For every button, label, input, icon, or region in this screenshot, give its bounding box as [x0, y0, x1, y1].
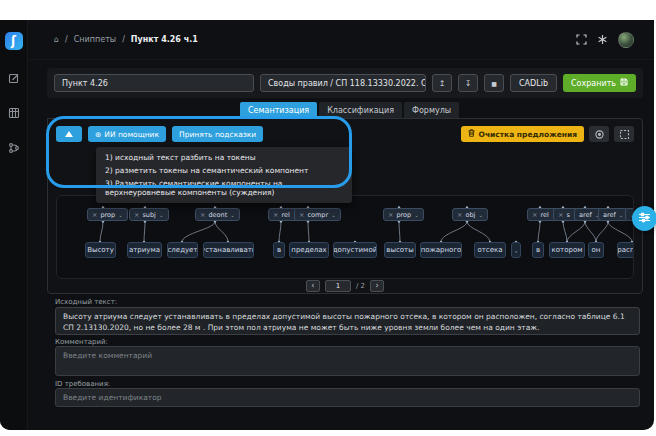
token-chip[interactable]: отсека: [474, 242, 506, 258]
page-number-input[interactable]: [325, 280, 351, 292]
fit-view-button[interactable]: [614, 126, 634, 142]
clear-sentence-button[interactable]: Очистка предложения: [461, 126, 584, 142]
header: ⌂ / Сниппеты / Пункт 4.26 ч.1: [28, 20, 654, 60]
tag-chip[interactable]: ×prop⌄: [383, 208, 424, 221]
save-button[interactable]: Сохранить: [563, 74, 636, 92]
tab-semantization[interactable]: Семантизация: [240, 102, 317, 118]
chevron-down-icon[interactable]: ⌄: [331, 212, 336, 218]
table-icon: [8, 104, 20, 123]
snippet-name-input[interactable]: [54, 74, 254, 92]
breadcrumb-separator: /: [122, 35, 125, 44]
prev-page-button[interactable]: ‹: [306, 280, 320, 292]
tag-chip[interactable]: ×prop⌄: [87, 208, 128, 221]
chevron-down-icon[interactable]: ⌄: [118, 212, 123, 218]
chevron-down-icon[interactable]: ⌄: [230, 212, 235, 218]
tab-label: Формулы: [412, 106, 451, 115]
semantization-panel: ⊛ ИИ помощник Принять подсказки Очистка …: [47, 118, 643, 294]
download-button[interactable]: ↧: [458, 74, 478, 92]
page-total: / 2: [356, 282, 365, 290]
remove-icon[interactable]: ×: [200, 211, 205, 219]
fullscreen-icon[interactable]: [576, 30, 587, 49]
tag-chip[interactable]: ×subj⌄: [129, 208, 169, 221]
token-chip[interactable]: следует: [167, 242, 198, 258]
breadcrumb-section[interactable]: Сниппеты: [74, 35, 116, 44]
token-chip[interactable]: атриума: [127, 242, 162, 258]
tab-classification[interactable]: Классификация: [319, 102, 402, 118]
remove-icon[interactable]: ×: [273, 211, 278, 219]
token-chip[interactable]: котором: [549, 242, 585, 258]
token-label: следует: [168, 246, 198, 254]
token-chip[interactable]: высоты: [384, 242, 416, 258]
upload-icon: ↥: [439, 79, 446, 88]
stop-button[interactable]: ■: [484, 74, 504, 92]
tag-label: aref: [579, 211, 592, 219]
tab-formulas[interactable]: Формулы: [404, 102, 459, 118]
token-chip[interactable]: он: [588, 242, 604, 258]
token-chip[interactable]: ,: [511, 242, 521, 258]
settings-fab-button[interactable]: [632, 206, 656, 231]
requirement-id-input[interactable]: [55, 388, 640, 407]
sidebar-item-editor[interactable]: [7, 72, 20, 85]
tag-chip[interactable]: ×obj⌄: [452, 208, 488, 221]
tag-label: prop: [100, 211, 115, 219]
token-label: ,: [515, 246, 517, 254]
save-icon: [620, 78, 628, 88]
tag-label: rel: [281, 211, 289, 219]
clear-sentence-label: Очистка предложения: [479, 130, 577, 139]
token-chip[interactable]: в: [532, 242, 544, 258]
token-diagram: ×prop⌄ ×subj⌄ ×deont⌄ ×rel⌄ ×compr⌄ ×pro…: [56, 195, 634, 279]
token-chip[interactable]: Высоту: [85, 242, 116, 258]
token-chip[interactable]: пожарного: [420, 242, 462, 258]
chevron-down-icon[interactable]: ⌄: [414, 212, 419, 218]
sparkle-icon[interactable]: [597, 30, 608, 49]
selection-icon: [619, 125, 630, 144]
upload-button[interactable]: ↥: [432, 74, 452, 92]
chevron-down-icon[interactable]: ⌄: [619, 212, 624, 218]
hint-line: 3) Разметить семантические компоненты на…: [105, 179, 343, 197]
sidebar-item-tables[interactable]: [7, 107, 20, 120]
app-logo[interactable]: ʃ: [5, 32, 23, 50]
accept-hints-button[interactable]: Принять подсказки: [172, 126, 263, 142]
tag-chip[interactable]: aref⌄: [598, 208, 628, 221]
token-chip[interactable]: расположен: [617, 242, 634, 258]
token-label: в: [277, 246, 281, 254]
remove-icon[interactable]: ×: [532, 211, 537, 219]
remove-icon[interactable]: ×: [457, 211, 462, 219]
diagram-pagination: ‹ / 2 ›: [48, 280, 642, 292]
triangle-up-icon: [65, 131, 73, 137]
tag-label: aref: [603, 211, 616, 219]
ai-assistant-label: ИИ помощник: [104, 130, 159, 139]
tag-chip[interactable]: ×deont⌄: [195, 208, 240, 221]
token-chip[interactable]: в: [273, 242, 285, 258]
run-button[interactable]: [56, 126, 82, 142]
chevron-down-icon[interactable]: ⌄: [478, 212, 483, 218]
avatar[interactable]: [618, 32, 634, 48]
remove-icon[interactable]: ×: [388, 211, 393, 219]
breadcrumb: ⌂ / Сниппеты / Пункт 4.26 ч.1: [54, 35, 198, 44]
remove-icon[interactable]: ×: [299, 211, 304, 219]
edit-icon: [8, 69, 20, 88]
remove-icon[interactable]: ×: [134, 211, 139, 219]
comment-input[interactable]: [55, 346, 640, 376]
token-chip[interactable]: допустимой: [333, 242, 377, 258]
token-label: котором: [552, 246, 583, 254]
remove-icon[interactable]: ×: [558, 211, 563, 219]
ai-assistant-button[interactable]: ⊛ ИИ помощник: [88, 126, 166, 142]
token-label: расположен: [617, 246, 634, 254]
next-page-button[interactable]: ›: [370, 280, 384, 292]
focus-button[interactable]: [589, 126, 609, 142]
tag-chip[interactable]: ×compr⌄: [294, 208, 341, 221]
accept-hints-label: Принять подсказки: [179, 130, 256, 139]
remove-icon[interactable]: ×: [92, 211, 97, 219]
token-chip[interactable]: устанавливать: [203, 242, 254, 258]
source-text-box: Высоту атриума следует устанавливать в п…: [55, 307, 640, 335]
sidebar-item-graph[interactable]: [7, 142, 20, 155]
token-chip[interactable]: пределах: [289, 242, 329, 258]
chevron-down-icon[interactable]: ⌄: [159, 212, 164, 218]
home-icon[interactable]: ⌂: [54, 35, 59, 44]
cadlib-button[interactable]: CADLib: [510, 74, 557, 92]
source-text-label: Исходный текст:: [55, 298, 117, 306]
chevron-right-icon: ›: [375, 282, 378, 290]
document-select[interactable]: Своды правил / СП 118.13330.2022. Общест…: [260, 74, 426, 92]
tag-label: deont: [208, 211, 227, 219]
